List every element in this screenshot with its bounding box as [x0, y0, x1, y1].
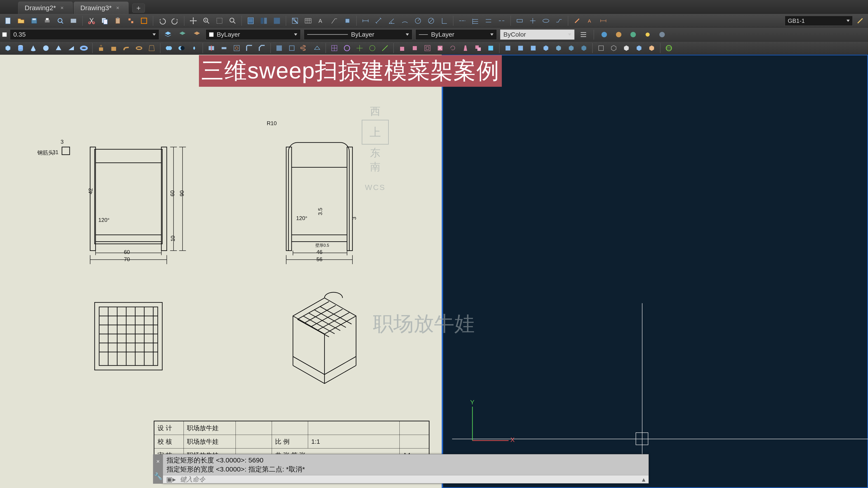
layer-prev-button[interactable]: [177, 29, 188, 40]
3drotate-button[interactable]: [367, 43, 378, 54]
face-taper-button[interactable]: [460, 43, 471, 54]
centermark-button[interactable]: [527, 15, 538, 26]
view-top-button[interactable]: [502, 43, 514, 54]
block-ins-button[interactable]: [342, 15, 353, 26]
table-button[interactable]: [303, 15, 314, 26]
box-button[interactable]: [2, 43, 13, 54]
publish-button[interactable]: [68, 15, 79, 26]
wrench-icon[interactable]: 🔧: [154, 472, 162, 480]
viewcube[interactable]: 西 上 东 南 WCS: [362, 104, 389, 192]
vs-realistic-button[interactable]: [633, 43, 645, 54]
loft-button[interactable]: [146, 43, 157, 54]
undo-button[interactable]: [156, 15, 168, 26]
tolerance-button[interactable]: [514, 15, 525, 26]
dimstyle-select[interactable]: GB1-1: [785, 16, 852, 26]
dimstyle-button[interactable]: [855, 15, 866, 26]
helix-button[interactable]: [299, 43, 310, 54]
pyramid-button[interactable]: [53, 43, 64, 54]
text-button[interactable]: A: [315, 15, 327, 26]
chevron-up-icon[interactable]: ▴: [642, 475, 645, 483]
union-button[interactable]: [163, 43, 175, 54]
hatch-button[interactable]: [289, 15, 301, 26]
preview-button[interactable]: [55, 15, 66, 26]
save-button[interactable]: [29, 15, 40, 26]
cylinder-button[interactable]: [15, 43, 26, 54]
lineweight-select[interactable]: 0.35: [10, 29, 159, 40]
match-button[interactable]: [125, 15, 136, 26]
view-front-button[interactable]: [515, 43, 526, 54]
orbit-button[interactable]: [663, 43, 675, 54]
mleader-button[interactable]: [329, 15, 340, 26]
toolpal-button[interactable]: [271, 15, 283, 26]
cone-button[interactable]: [28, 43, 39, 54]
planar-button[interactable]: [311, 43, 323, 54]
face-extrude-button[interactable]: [397, 43, 408, 54]
print-button[interactable]: [41, 15, 53, 26]
tab-drawing3[interactable]: Drawing3* ×: [74, 2, 128, 14]
zoom-realtime-button[interactable]: [201, 15, 212, 26]
layer-manage-button[interactable]: [162, 29, 174, 40]
dim-aligned-button[interactable]: [373, 15, 384, 26]
command-line[interactable]: × 🔧 指定矩形的长度 <3.0000>: 5690 指定矩形的宽度 <3.00…: [163, 454, 649, 484]
pan-button[interactable]: [188, 15, 199, 26]
face-delete-button[interactable]: [434, 43, 446, 54]
vs-hidden-button[interactable]: [621, 43, 632, 54]
subtract-button[interactable]: [176, 43, 187, 54]
properties-button[interactable]: [245, 15, 256, 26]
face-offset-button[interactable]: [422, 43, 433, 54]
wedge-button[interactable]: [66, 43, 77, 54]
view-se-button[interactable]: [553, 43, 564, 54]
dim-arc-button[interactable]: [399, 15, 410, 26]
material-browser-button[interactable]: [613, 29, 624, 40]
color-select[interactable]: ByLayer: [206, 29, 301, 40]
intersect-button[interactable]: [188, 43, 200, 54]
render-env-button[interactable]: [656, 29, 668, 40]
revolve-button[interactable]: [133, 43, 145, 54]
zoom-window-button[interactable]: [214, 15, 225, 26]
view-nw-button[interactable]: [578, 43, 590, 54]
sun-button[interactable]: [642, 29, 653, 40]
fillet-edge-button[interactable]: [244, 43, 255, 54]
render-button[interactable]: [598, 29, 610, 40]
section-button[interactable]: [274, 43, 285, 54]
tab-drawing2[interactable]: Drawing2* ×: [18, 2, 73, 14]
vs-2dwire-button[interactable]: [595, 43, 607, 54]
face-rotate-button[interactable]: [447, 43, 458, 54]
designcenter-button[interactable]: [258, 15, 270, 26]
dim-ordinate-button[interactable]: [438, 15, 450, 26]
face-color-button[interactable]: [485, 43, 496, 54]
update-button[interactable]: [598, 15, 609, 26]
add-tab-button[interactable]: +: [132, 4, 145, 13]
dim-continue-button[interactable]: [457, 15, 468, 26]
sphere-button[interactable]: [40, 43, 52, 54]
paste-button[interactable]: [112, 15, 123, 26]
inspect-button[interactable]: [540, 15, 552, 26]
jog-button[interactable]: [553, 15, 565, 26]
cut-button[interactable]: [86, 15, 97, 26]
slice-button[interactable]: [206, 43, 217, 54]
imprint-button[interactable]: [231, 43, 242, 54]
dim-angular-button[interactable]: [386, 15, 397, 26]
viewcube-top[interactable]: 上: [362, 120, 389, 144]
block-button[interactable]: [138, 15, 150, 26]
face-copy-button[interactable]: [472, 43, 484, 54]
close-icon[interactable]: ×: [60, 5, 64, 11]
chamfer-edge-button[interactable]: [256, 43, 268, 54]
3dalign-button[interactable]: [379, 43, 391, 54]
layer-state-button[interactable]: [191, 29, 203, 40]
copy-button[interactable]: [99, 15, 110, 26]
sweep-button[interactable]: [121, 43, 132, 54]
zoom-previous-button[interactable]: [227, 15, 238, 26]
close-icon[interactable]: ×: [116, 5, 119, 11]
lineweight2-select[interactable]: ByLayer: [415, 29, 497, 40]
dimedit-button[interactable]: [571, 15, 583, 26]
open-button[interactable]: [16, 15, 27, 26]
extrude-button[interactable]: [95, 43, 107, 54]
flatshot-button[interactable]: [286, 43, 298, 54]
redo-button[interactable]: [169, 15, 181, 26]
view-left-button[interactable]: [528, 43, 539, 54]
material-editor-button[interactable]: [627, 29, 639, 40]
view-ne-button[interactable]: [565, 43, 577, 54]
torus-button[interactable]: [78, 43, 90, 54]
dim-break-button[interactable]: [496, 15, 507, 26]
